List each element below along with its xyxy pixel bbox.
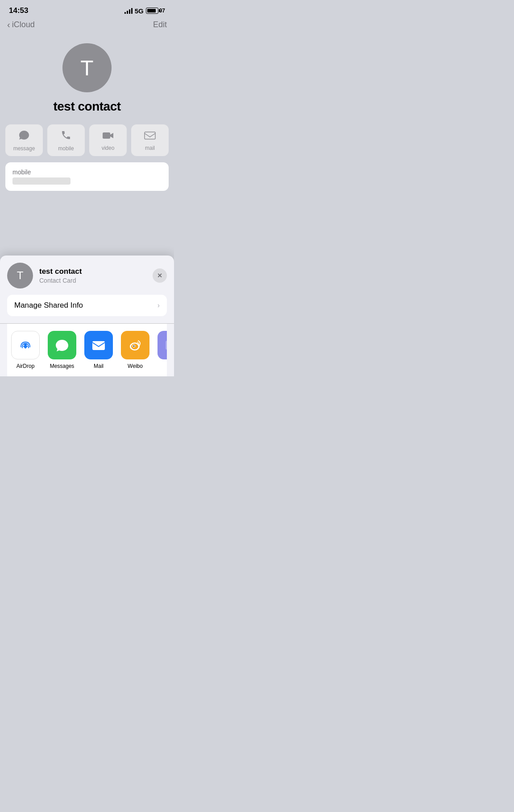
more-share-button[interactable]: [153, 331, 167, 363]
svg-rect-1: [145, 132, 155, 139]
share-sheet-overlay: T test contact Contact Card ✕ Manage Sha…: [0, 256, 174, 376]
messages-label: Messages: [50, 363, 75, 369]
weibo-label: Weibo: [128, 363, 143, 369]
weibo-share-button[interactable]: Weibo: [117, 331, 153, 369]
signal-bars-icon: [124, 8, 133, 14]
video-label: video: [102, 145, 115, 151]
signal-bar-2: [127, 11, 128, 14]
svg-point-7: [133, 346, 135, 347]
svg-rect-8: [166, 341, 167, 350]
airdrop-icon: [11, 331, 40, 359]
info-mobile-label: mobile: [12, 169, 162, 176]
video-button[interactable]: video: [89, 124, 127, 156]
chevron-right-icon: ›: [158, 301, 160, 309]
messages-icon: [48, 331, 76, 359]
mail-action-button[interactable]: mail: [131, 124, 169, 156]
contact-header: T test contact: [0, 34, 174, 124]
share-avatar-letter: T: [17, 269, 24, 282]
battery-icon: [146, 8, 158, 14]
status-time: 14:53: [9, 6, 28, 15]
share-contact-row: T test contact Contact Card ✕: [7, 263, 167, 289]
back-button[interactable]: ‹ iCloud: [7, 20, 35, 30]
signal-bar-4: [131, 8, 133, 14]
app-icons-row: AirDrop Messages Mail: [7, 324, 167, 376]
svg-rect-0: [103, 132, 110, 139]
mail-icon: [144, 130, 156, 143]
battery-fill: [147, 9, 156, 12]
share-close-button[interactable]: ✕: [153, 268, 167, 283]
edit-button[interactable]: Edit: [153, 20, 167, 29]
svg-rect-3: [92, 341, 105, 350]
airdrop-share-button[interactable]: AirDrop: [7, 331, 44, 369]
navigation-bar: ‹ iCloud Edit: [0, 18, 174, 34]
mobile-button[interactable]: mobile: [47, 124, 85, 156]
share-avatar: T: [7, 263, 33, 289]
more-icon: [158, 331, 167, 359]
contact-name: test contact: [53, 99, 120, 114]
message-label: message: [13, 145, 35, 152]
weibo-icon: [121, 331, 149, 359]
battery-indicator: 97: [146, 8, 165, 14]
mail-app-icon: [84, 331, 113, 359]
share-contact-name: test contact: [39, 267, 146, 276]
mobile-label: mobile: [58, 145, 74, 152]
manage-shared-label: Manage Shared Info: [14, 301, 83, 310]
share-contact-subtitle: Contact Card: [39, 277, 146, 284]
avatar: T: [62, 43, 112, 92]
status-icons: 5G 97: [124, 7, 165, 15]
signal-bar-1: [124, 12, 126, 14]
battery-percentage: 97: [159, 8, 165, 14]
network-type: 5G: [135, 7, 144, 15]
mail-share-button[interactable]: Mail: [80, 331, 117, 369]
avatar-letter: T: [80, 56, 93, 80]
info-section: mobile: [5, 162, 169, 191]
info-mobile-value: [12, 177, 70, 185]
share-contact-info: test contact Contact Card: [39, 267, 146, 284]
messages-share-button[interactable]: Messages: [44, 331, 80, 369]
chevron-left-icon: ‹: [7, 20, 10, 30]
airdrop-label: AirDrop: [17, 363, 35, 369]
signal-bar-3: [129, 9, 130, 14]
share-sheet: T test contact Contact Card ✕ Manage Sha…: [0, 256, 174, 376]
back-label: iCloud: [12, 20, 35, 29]
phone-icon: [61, 130, 71, 143]
manage-shared-info-button[interactable]: Manage Shared Info ›: [7, 295, 167, 316]
mail-label: mail: [145, 145, 155, 151]
status-bar: 14:53 5G 97: [0, 0, 174, 18]
message-icon: [18, 130, 30, 143]
message-button[interactable]: message: [5, 124, 43, 156]
mail-app-label: Mail: [94, 363, 104, 369]
action-buttons: message mobile video mail: [0, 124, 174, 156]
video-icon: [102, 130, 114, 143]
